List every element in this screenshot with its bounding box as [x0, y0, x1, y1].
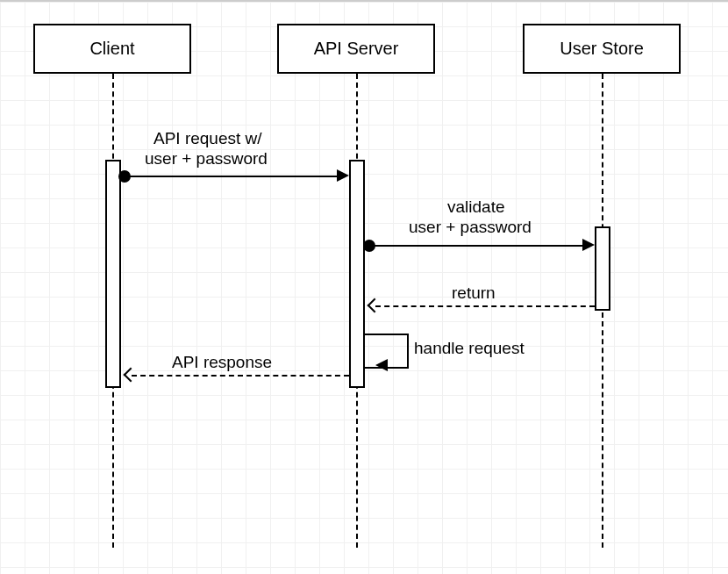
- participant-client-label: Client: [89, 39, 134, 58]
- msg-validate-arrow: [582, 239, 595, 251]
- participant-user-store: User Store: [523, 24, 681, 74]
- msg-return-label: return: [452, 283, 496, 303]
- msg-handle-request-arrow: [375, 359, 388, 371]
- msg-api-response-arrow: [124, 368, 139, 383]
- participant-api-server: API Server: [277, 24, 435, 74]
- msg-api-request-label-1: API request w/: [153, 129, 262, 148]
- activation-user-store: [595, 226, 610, 311]
- msg-return-arrow: [368, 298, 382, 313]
- participant-client: Client: [33, 24, 191, 74]
- participant-user-store-label: User Store: [560, 39, 644, 58]
- msg-api-request-line: [130, 176, 339, 177]
- msg-validate-start-dot: [363, 240, 375, 252]
- msg-api-response-label: API response: [172, 353, 272, 372]
- lifeline-user-store: [602, 74, 603, 548]
- msg-api-response-line: [132, 375, 349, 377]
- msg-return-line: [375, 305, 595, 307]
- msg-validate-label-1: validate: [447, 197, 505, 217]
- participant-api-server-label: API Server: [314, 39, 399, 58]
- msg-api-request-label-2: user + password: [145, 149, 268, 169]
- activation-client: [105, 160, 121, 388]
- sequence-diagram: Client API Server User Store API request…: [0, 0, 728, 574]
- msg-api-request-start-dot: [118, 170, 131, 183]
- activation-api-server: [349, 160, 365, 388]
- msg-validate-line: [375, 245, 585, 247]
- msg-handle-request-label: handle request: [414, 339, 525, 358]
- msg-api-request-arrow: [337, 169, 349, 182]
- msg-validate-label-2: user + password: [409, 218, 532, 237]
